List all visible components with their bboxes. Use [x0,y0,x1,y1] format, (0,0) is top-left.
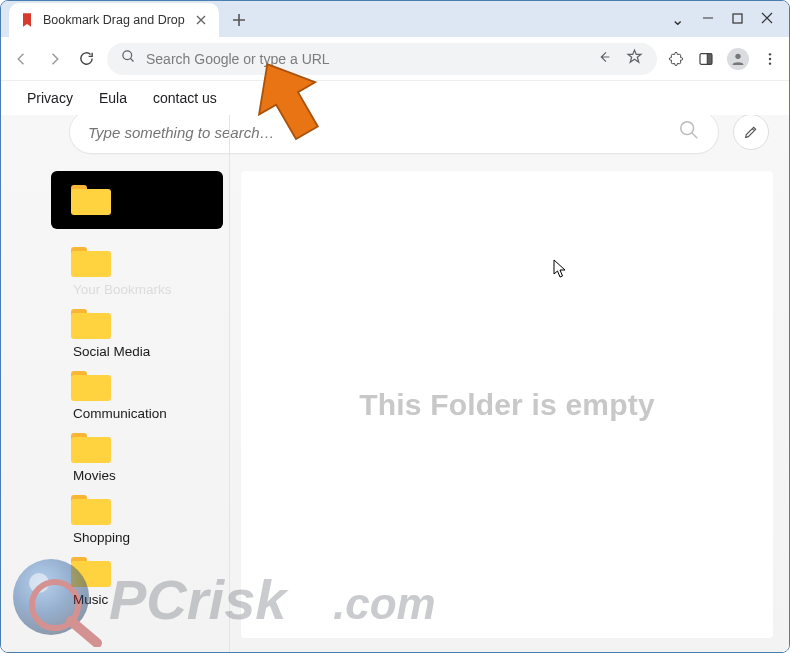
folder-sidebar[interactable]: Your BookmarksSocial MediaCommunicationM… [51,171,223,638]
folder-item[interactable]: Communication [51,357,223,415]
reload-button[interactable] [75,48,97,70]
new-tab-button[interactable] [225,6,253,34]
svg-rect-0 [733,14,742,23]
bookmark-icon [19,12,35,28]
folder-icon [71,309,111,339]
minimize-icon[interactable] [702,12,714,27]
page-body: Your BookmarksSocial MediaCommunicationM… [51,171,773,638]
svg-point-6 [769,53,771,55]
folder-icon [71,433,111,463]
page-search-input[interactable] [88,124,678,141]
browser-toolbar: Search Google or type a URL [1,37,789,81]
maximize-icon[interactable] [732,12,743,27]
folder-item[interactable]: Music [51,543,223,601]
toolbar-actions [667,48,779,70]
address-bar[interactable]: Search Google or type a URL [107,43,657,75]
folder-item[interactable] [51,171,223,229]
folder-item[interactable]: Your Bookmarks [51,233,223,291]
extensions-icon[interactable] [667,50,685,68]
folder-icon [71,495,111,525]
star-icon[interactable] [626,48,643,69]
empty-folder-message: This Folder is empty [359,388,655,422]
svg-point-9 [681,122,694,135]
edit-button[interactable] [733,115,769,150]
folder-icon [71,371,111,401]
svg-point-8 [769,62,771,64]
folder-icon [71,185,111,215]
page-search[interactable] [69,115,719,154]
folder-item[interactable]: Social Media [51,295,223,353]
folder-item[interactable]: Shopping [51,481,223,539]
forward-button[interactable] [43,48,65,70]
tab-close-icon[interactable] [193,12,209,28]
bookbar-link-privacy[interactable]: Privacy [27,90,73,106]
address-bar-placeholder: Search Google or type a URL [146,51,330,67]
profile-avatar[interactable] [727,48,749,70]
share-icon[interactable] [596,49,612,69]
folder-label: Music [73,592,108,607]
bookbar-link-contact[interactable]: contact us [153,90,217,106]
bookmarks-bar: Privacy Eula contact us [1,81,789,115]
folder-item[interactable]: Movies [51,419,223,477]
page-content: Your BookmarksSocial MediaCommunicationM… [1,115,789,652]
folder-icon [71,557,111,587]
svg-rect-4 [707,53,712,64]
browser-tab[interactable]: Bookmark Drag and Drop [9,3,219,37]
back-button[interactable] [11,48,33,70]
side-panel-icon[interactable] [697,50,715,68]
tab-title: Bookmark Drag and Drop [43,13,185,27]
svg-point-5 [735,53,740,58]
svg-point-11 [29,573,49,593]
magnifier-icon[interactable] [678,119,700,145]
browser-window: Bookmark Drag and Drop ⌄ [0,0,790,653]
window-controls: ⌄ [671,1,783,37]
close-icon[interactable] [761,12,773,27]
svg-point-1 [123,51,132,60]
omnibox-actions [596,48,643,69]
kebab-menu-icon[interactable] [761,50,779,68]
chevron-down-icon[interactable]: ⌄ [671,10,684,29]
folder-icon [71,247,111,277]
titlebar: Bookmark Drag and Drop ⌄ [1,1,789,37]
bookbar-link-eula[interactable]: Eula [99,90,127,106]
search-icon [121,49,136,68]
main-panel: This Folder is empty [241,171,773,638]
page-search-row [69,115,769,157]
svg-point-7 [769,57,771,59]
